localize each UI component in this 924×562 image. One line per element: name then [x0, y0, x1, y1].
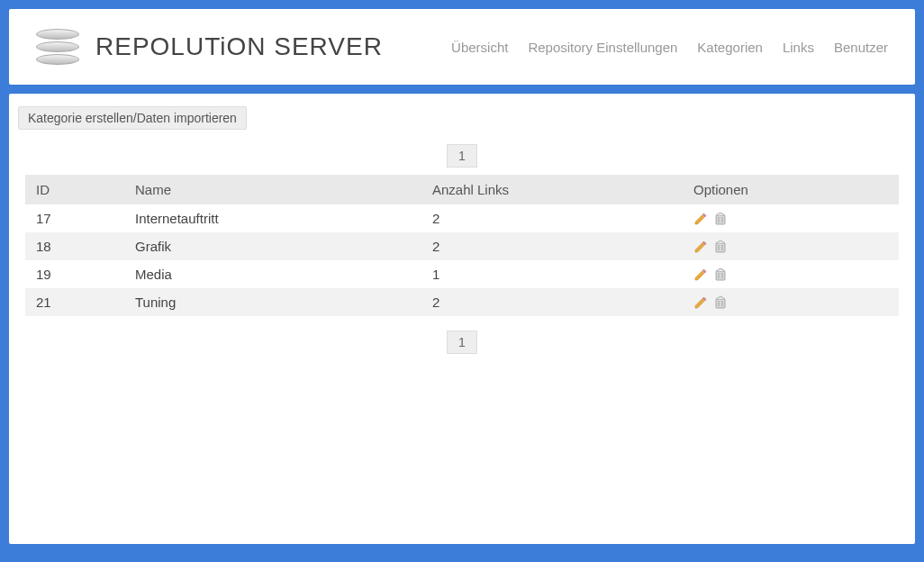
table-row: 18Grafik2 [25, 232, 899, 260]
svg-rect-3 [716, 243, 725, 252]
row-options [693, 212, 888, 226]
row-options [693, 295, 888, 310]
cell-id: 19 [25, 260, 124, 288]
cell-count: 2 [421, 204, 683, 232]
cell-count: 1 [421, 260, 683, 288]
pager-bottom-wrap: 1 [18, 331, 906, 354]
cell-name: Tuning [124, 288, 421, 316]
content-panel: Kategorie erstellen/Daten importieren 1 … [9, 94, 915, 544]
nav-links[interactable]: Links [783, 40, 814, 55]
th-count: Anzahl Links [421, 175, 683, 204]
nav-repo-settings[interactable]: Repository Einstellungen [528, 40, 677, 55]
edit-icon[interactable] [693, 267, 708, 282]
cell-options [683, 288, 899, 316]
th-id: ID [25, 175, 124, 204]
table-row: 19Media1 [25, 260, 899, 288]
row-options [693, 240, 888, 254]
main-nav: Übersicht Repository Einstellungen Kateg… [451, 40, 888, 55]
pager-top-wrap: 1 [18, 144, 906, 168]
edit-icon[interactable] [693, 295, 708, 310]
pager-bottom[interactable]: 1 [447, 331, 477, 354]
nav-users[interactable]: Benutzer [834, 40, 888, 55]
row-options [693, 267, 888, 282]
cell-id: 17 [25, 204, 124, 232]
delete-icon[interactable] [713, 295, 728, 310]
header-bar: REPOLUTiON SERVER Übersicht Repository E… [9, 9, 915, 85]
cell-count: 2 [421, 288, 683, 316]
nav-overview[interactable]: Übersicht [451, 40, 508, 55]
delete-icon[interactable] [713, 212, 728, 226]
edit-icon[interactable] [693, 240, 708, 254]
categories-table: ID Name Anzahl Links Optionen 17Internet… [25, 175, 899, 316]
brand: REPOLUTiON SERVER [36, 25, 383, 68]
svg-rect-6 [716, 271, 725, 280]
cell-name: Grafik [124, 232, 421, 260]
delete-icon[interactable] [713, 267, 728, 282]
table-header-row: ID Name Anzahl Links Optionen [25, 175, 899, 204]
th-name: Name [124, 175, 421, 204]
svg-rect-0 [716, 215, 725, 224]
cell-count: 2 [421, 232, 683, 260]
database-icon [36, 25, 79, 68]
create-import-button[interactable]: Kategorie erstellen/Daten importieren [18, 106, 247, 130]
table-row: 21Tuning2 [25, 288, 899, 316]
svg-rect-9 [716, 299, 725, 308]
edit-icon[interactable] [693, 212, 708, 226]
cell-options [683, 232, 899, 260]
nav-categories[interactable]: Kategorien [697, 40, 763, 55]
cell-name: Media [124, 260, 421, 288]
pager-top[interactable]: 1 [447, 144, 477, 168]
brand-title: REPOLUTiON SERVER [95, 32, 383, 61]
cell-options [683, 260, 899, 288]
cell-name: Internetauftritt [124, 204, 421, 232]
delete-icon[interactable] [713, 240, 728, 254]
cell-id: 21 [25, 288, 124, 316]
cell-options [683, 204, 899, 232]
th-options: Optionen [683, 175, 899, 204]
table-row: 17Internetauftritt2 [25, 204, 899, 232]
cell-id: 18 [25, 232, 124, 260]
